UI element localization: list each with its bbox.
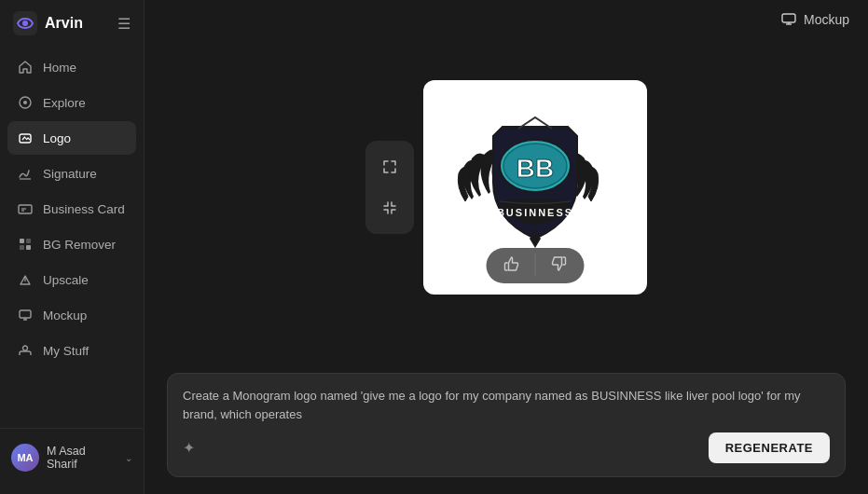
sidebar-label-bg-remover: BG Remover [43, 238, 116, 252]
svg-rect-11 [20, 245, 24, 250]
prompt-actions: ✦ REGENERATE [183, 432, 830, 463]
logo-nav-icon [17, 130, 34, 146]
bg-remover-icon [17, 236, 34, 253]
hamburger-icon[interactable]: ☰ [117, 15, 131, 33]
sidebar-label-explore: Explore [43, 96, 86, 110]
thumbs-up-button[interactable] [500, 254, 524, 278]
mockup-topbar-icon [780, 11, 797, 28]
prompt-box: Create a Monogram logo named 'give me a … [167, 373, 846, 477]
sidebar-item-upscale[interactable]: Upscale [7, 263, 136, 296]
sidebar-item-logo[interactable]: Logo [7, 121, 136, 155]
business-card-icon [17, 200, 34, 217]
svg-text:BB: BB [517, 154, 554, 183]
sidebar-label-upscale: Upscale [43, 273, 89, 287]
main-content: Mockup [145, 0, 868, 494]
avatar: MA [11, 444, 39, 472]
shrink-tool-button[interactable] [371, 189, 408, 226]
sidebar-label-home: Home [43, 61, 76, 75]
thumbs-down-icon [551, 255, 568, 272]
sidebar-item-signature[interactable]: Signature [7, 157, 136, 190]
logo-preview-card: BB BUSINNESS [423, 80, 647, 295]
expand-tool-button[interactable] [371, 148, 408, 185]
sidebar-item-business-card[interactable]: Business Card [7, 192, 136, 226]
chevron-down-icon: ⌄ [125, 453, 132, 463]
svg-point-17 [23, 346, 28, 350]
svg-rect-14 [20, 310, 31, 318]
svg-text:BUSINNESS: BUSINNESS [497, 207, 573, 218]
sparkle-icon[interactable]: ✦ [183, 439, 195, 457]
feedback-bar [487, 248, 585, 283]
sidebar-item-bg-remover[interactable]: BG Remover [7, 227, 136, 261]
regenerate-button[interactable]: REGENERATE [709, 432, 830, 463]
svg-rect-18 [782, 14, 795, 22]
brand-logo[interactable]: Arvin [13, 11, 83, 35]
svg-rect-9 [20, 239, 24, 243]
sidebar-item-home[interactable]: Home [7, 50, 136, 84]
sidebar-nav: Home Explore Logo [0, 50, 144, 428]
my-stuff-icon [17, 342, 34, 359]
sidebar-header: Arvin ☰ [0, 11, 144, 50]
shrink-icon [381, 199, 398, 216]
mockup-icon [17, 307, 34, 323]
sidebar-label-business-card: Business Card [43, 202, 125, 216]
svg-rect-12 [26, 245, 31, 250]
upscale-icon [17, 271, 34, 288]
user-profile[interactable]: MA M Asad Sharif ⌄ [11, 440, 132, 475]
prompt-area: Create a Monogram logo named 'give me a … [145, 364, 868, 494]
expand-icon [381, 158, 398, 175]
brand-icon [13, 11, 37, 35]
mockup-label: Mockup [804, 12, 849, 27]
sidebar: Arvin ☰ Home Explore [0, 0, 145, 494]
canvas-area: BB BUSINNESS [145, 39, 868, 364]
sidebar-label-logo: Logo [43, 131, 71, 145]
svg-point-3 [23, 101, 27, 104]
sidebar-item-my-stuff[interactable]: My Stuff [7, 334, 136, 367]
sidebar-label-my-stuff: My Stuff [43, 344, 89, 358]
prompt-text: Create a Monogram logo named 'give me a … [183, 387, 830, 423]
thumbs-down-button[interactable] [547, 254, 572, 278]
feedback-divider [535, 254, 536, 276]
tool-panel [365, 141, 414, 234]
sidebar-item-explore[interactable]: Explore [7, 86, 136, 119]
sidebar-label-mockup: Mockup [43, 309, 87, 322]
explore-icon [17, 94, 34, 111]
home-icon [17, 59, 34, 75]
bb-logo-svg: BB BUSINNESS [451, 108, 619, 267]
svg-rect-10 [26, 239, 31, 243]
user-name: M Asad Sharif [47, 445, 117, 471]
sidebar-label-signature: Signature [43, 167, 97, 181]
signature-icon [17, 165, 34, 182]
topbar: Mockup [145, 0, 868, 39]
thumbs-up-icon [503, 255, 520, 272]
svg-point-1 [22, 21, 28, 26]
sidebar-footer: MA M Asad Sharif ⌄ [0, 428, 144, 483]
mockup-button[interactable]: Mockup [780, 11, 849, 28]
brand-name: Arvin [45, 15, 83, 32]
sidebar-item-mockup[interactable]: Mockup [7, 298, 136, 332]
